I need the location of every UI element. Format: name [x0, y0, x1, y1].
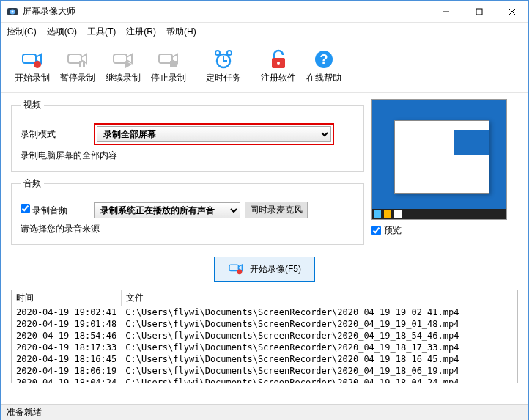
mic-button[interactable]: 同时录麦克风 [245, 202, 308, 218]
video-hint: 录制电脑屏幕的全部内容 [21, 150, 355, 162]
svg-rect-4 [476, 9, 482, 15]
video-fieldset: 视频 录制模式 录制全部屏幕 录制电脑屏幕的全部内容 [11, 99, 364, 172]
col-file[interactable]: 文件 [121, 290, 517, 306]
svg-rect-10 [79, 61, 81, 67]
register-button[interactable]: 注册软件 [257, 45, 300, 87]
col-time[interactable]: 时间 [12, 290, 121, 306]
svg-point-18 [215, 51, 220, 55]
toolbar-label: 定时任务 [206, 72, 241, 84]
audio-legend: 音频 [21, 177, 44, 190]
table-row[interactable]: 2020-04-19 18:04:24C:\Users\flywi\Docume… [12, 377, 517, 383]
video-legend: 视频 [21, 99, 44, 111]
close-button[interactable] [495, 1, 528, 22]
toolbar-separator [196, 49, 196, 84]
table-row[interactable]: 2020-04-19 18:06:19C:\Users\flywi\Docume… [12, 365, 517, 377]
audio-source-select[interactable]: 录制系统正在播放的所有声音 [94, 202, 240, 218]
minimize-button[interactable] [429, 1, 462, 22]
toolbar-label: 继续录制 [106, 72, 141, 84]
toolbar: 开始录制 暂停录制 继续录制 停止录制 定时任务 注册软件 ? 在线帮助 [1, 40, 528, 93]
camera-pause-icon [66, 48, 89, 70]
online-help-button[interactable]: ? 在线帮助 [303, 45, 345, 87]
mode-select[interactable]: 录制全部屏幕 [97, 126, 331, 142]
table-row[interactable]: 2020-04-19 19:01:48C:\Users\flywi\Docume… [12, 318, 517, 330]
svg-point-19 [227, 51, 232, 55]
preview-checkbox[interactable] [371, 226, 381, 235]
record-audio-checkbox-label[interactable]: 录制音频 [21, 204, 94, 217]
table-row[interactable]: 2020-04-19 18:16:45C:\Users\flywi\Docume… [12, 353, 517, 365]
app-icon [7, 6, 18, 18]
toolbar-label: 开始录制 [15, 72, 50, 84]
camera-record-icon [21, 48, 44, 70]
menu-help[interactable]: 帮助(H) [166, 26, 196, 38]
status-text: 准备就绪 [7, 406, 42, 419]
toolbar-separator [251, 49, 251, 84]
help-icon: ? [312, 48, 336, 70]
audio-hint: 请选择您的录音来源 [21, 223, 355, 235]
svg-rect-14 [170, 61, 177, 67]
start-recording-button[interactable]: 开始录像(F5) [214, 257, 315, 282]
table-row[interactable]: 2020-04-19 18:54:46C:\Users\flywi\Docume… [12, 330, 517, 342]
menu-options[interactable]: 选项(O) [47, 26, 77, 38]
menu-control[interactable]: 控制(C) [7, 26, 37, 38]
svg-rect-11 [83, 61, 85, 67]
mode-label: 录制模式 [21, 128, 94, 141]
title-bar: 屏幕录像大师 [1, 1, 528, 23]
svg-text:?: ? [320, 52, 328, 67]
table-row[interactable]: 2020-04-19 18:17:33C:\Users\flywi\Docume… [12, 342, 517, 353]
schedule-button[interactable]: 定时任务 [202, 45, 245, 87]
unlock-icon [267, 48, 290, 70]
start-record-button[interactable]: 开始录制 [11, 45, 53, 87]
toolbar-label: 注册软件 [261, 72, 296, 84]
record-audio-checkbox[interactable] [21, 204, 30, 213]
window-title: 屏幕录像大师 [23, 5, 429, 18]
toolbar-label: 在线帮助 [306, 72, 341, 84]
status-bar: 准备就绪 [1, 404, 528, 420]
clock-icon [212, 48, 235, 70]
toolbar-label: 暂停录制 [60, 72, 95, 84]
menu-bar: 控制(C) 选项(O) 工具(T) 注册(R) 帮助(H) [1, 23, 528, 40]
camera-resume-icon [111, 48, 135, 70]
maximize-button[interactable] [462, 1, 495, 22]
audio-fieldset: 音频 录制音频 录制系统正在播放的所有声音 同时录麦克风 请选择您的录音来源 [11, 177, 364, 245]
table-row[interactable]: 2020-04-19 19:02:41C:\Users\flywi\Docume… [12, 306, 517, 319]
preview-checkbox-label[interactable]: 预览 [371, 224, 518, 237]
svg-point-25 [237, 269, 242, 274]
resume-record-button[interactable]: 继续录制 [102, 45, 144, 87]
svg-rect-12 [114, 54, 127, 63]
menu-tools[interactable]: 工具(T) [87, 26, 116, 38]
svg-point-2 [12, 10, 14, 12]
pause-record-button[interactable]: 暂停录制 [56, 45, 99, 87]
stop-record-button[interactable]: 停止录制 [147, 45, 190, 87]
menu-register[interactable]: 注册(R) [126, 26, 156, 38]
preview-thumbnail [371, 99, 507, 220]
camera-record-icon [228, 262, 244, 277]
recordings-table[interactable]: 时间 文件 2020-04-19 19:02:41C:\Users\flywi\… [11, 290, 518, 383]
svg-rect-24 [229, 265, 238, 270]
svg-rect-7 [23, 54, 36, 63]
camera-stop-icon [157, 48, 180, 70]
svg-point-8 [34, 61, 41, 68]
svg-point-21 [277, 62, 280, 65]
toolbar-label: 停止录制 [151, 72, 186, 84]
mode-select-highlight: 录制全部屏幕 [94, 123, 334, 145]
